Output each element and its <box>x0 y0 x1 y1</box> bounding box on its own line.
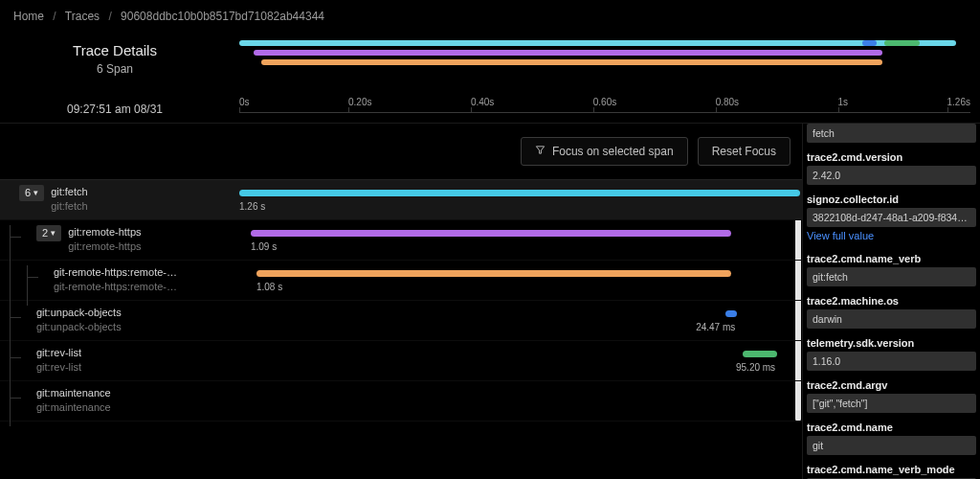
trace-overview[interactable] <box>230 33 980 95</box>
focus-selected-button[interactable]: Focus on selected span <box>521 137 688 166</box>
span-duration-label: 1.08 s <box>256 282 282 292</box>
attribute-key: trace2.machine.os <box>807 292 976 309</box>
attribute-value[interactable]: 2.42.0 <box>807 166 976 185</box>
overview-span-bar <box>239 40 956 46</box>
span-row[interactable]: git:unpack-objectsgit:unpack-objects24.4… <box>0 301 802 341</box>
axis-tick: 0.60s <box>593 97 616 112</box>
breadcrumb-sep: / <box>108 10 111 23</box>
breadcrumb-sep: / <box>53 10 56 23</box>
attribute-value[interactable]: 1.16.0 <box>807 352 976 371</box>
span-row[interactable]: git:maintenancegit:maintenance <box>0 381 802 422</box>
trace-timestamp: 09:27:51 am 08/31 <box>0 103 230 116</box>
attribute-key: telemetry.sdk.version <box>807 334 976 352</box>
span-children-badge[interactable]: 6▾ <box>19 185 44 201</box>
span-name: git:rev-list <box>36 346 81 360</box>
span-duration-bar[interactable] <box>251 230 731 237</box>
span-duration-label: 24.47 ms <box>696 322 735 332</box>
attribute-key: trace2.cmd.argv <box>807 376 976 394</box>
span-service: git-remote-https:remote-… <box>54 280 177 294</box>
overview-span-bar <box>884 40 920 46</box>
attribute-value[interactable]: 3822108d-d247-48a1-a209-f834026a6809 <box>807 208 976 227</box>
attribute-key: trace2.cmd.name_verb_mode <box>807 461 976 478</box>
chevron-down-icon: ▾ <box>33 187 38 199</box>
svg-marker-0 <box>536 147 544 153</box>
axis-tick: 0s <box>239 97 250 112</box>
span-count: 6 Span <box>0 62 230 76</box>
breadcrumb-home[interactable]: Home <box>13 10 44 23</box>
axis-tick: 0.80s <box>716 97 739 112</box>
span-duration-bar[interactable] <box>725 310 737 317</box>
attribute-value[interactable]: fetch <box>807 124 976 143</box>
span-list: 6▾git:fetchgit:fetch1.26 s2▾git:remote-h… <box>0 179 802 422</box>
axis-tick: 1s <box>838 97 849 112</box>
span-service: git:unpack-objects <box>36 320 122 334</box>
attribute-value[interactable]: ["git","fetch"] <box>807 394 976 413</box>
attribute-key: trace2.cmd.version <box>807 148 976 166</box>
span-row[interactable]: git:rev-listgit:rev-list95.20 ms <box>0 341 802 381</box>
button-label: Focus on selected span <box>552 145 674 158</box>
reset-focus-button[interactable]: Reset Focus <box>698 137 791 166</box>
view-full-value-link[interactable]: View full value <box>807 227 976 244</box>
attribute-row: trace2.cmd.argv["git","fetch"] <box>807 376 976 413</box>
breadcrumb-trace-id: 90608ddbc10b0b8517bd71082ab44344 <box>121 10 324 23</box>
span-duration-label: 1.26 s <box>239 201 265 212</box>
attribute-row: fetch <box>807 124 976 143</box>
chevron-down-icon: ▾ <box>51 227 56 240</box>
overview-span-bar <box>261 59 882 65</box>
span-duration-label: 95.20 ms <box>736 362 775 373</box>
overview-span-bar <box>254 50 882 56</box>
trace-meta: Trace Details 6 Span <box>0 33 230 95</box>
span-duration-label: 1.09 s <box>251 241 277 252</box>
time-axis: 0s0.20s0.40s0.60s0.80s1s1.26s <box>230 95 980 123</box>
span-name: git:fetch <box>51 185 88 199</box>
span-service: git:maintenance <box>36 400 111 415</box>
span-name: git:unpack-objects <box>36 306 122 320</box>
span-duration-bar[interactable] <box>256 270 731 277</box>
breadcrumb-traces[interactable]: Traces <box>65 10 100 23</box>
span-name: git-remote-https:remote-… <box>54 265 177 280</box>
attribute-row: trace2.cmd.name_verb_modegit:fetch <box>807 461 976 479</box>
attribute-value[interactable]: darwin <box>807 309 976 329</box>
attribute-key: trace2.cmd.name <box>807 419 976 436</box>
page-title: Trace Details <box>0 42 230 58</box>
button-label: Reset Focus <box>712 145 776 158</box>
span-name: git:maintenance <box>36 386 111 400</box>
axis-tick: 0.40s <box>471 97 494 112</box>
attribute-row: telemetry.sdk.version1.16.0 <box>807 334 976 371</box>
axis-tick: 0.20s <box>348 97 371 112</box>
filter-icon <box>535 145 546 158</box>
attributes-panel: fetchtrace2.cmd.version2.42.0signoz.coll… <box>802 124 980 479</box>
attribute-key: trace2.cmd.name_verb <box>807 250 976 267</box>
breadcrumb: Home / Traces / 90608ddbc10b0b8517bd7108… <box>0 0 980 33</box>
overview-span-bar <box>862 40 877 46</box>
span-service: git:remote-https <box>68 240 141 254</box>
span-row[interactable]: git-remote-https:remote-…git-remote-http… <box>0 261 802 301</box>
attribute-value[interactable]: git <box>807 436 976 455</box>
span-service: git:rev-list <box>36 360 81 375</box>
span-row[interactable]: 2▾git:remote-httpsgit:remote-https1.09 s <box>0 220 802 261</box>
attribute-row: trace2.machine.osdarwin <box>807 292 976 329</box>
span-name: git:remote-https <box>68 225 141 240</box>
span-children-badge[interactable]: 2▾ <box>36 225 61 241</box>
axis-tick: 1.26s <box>947 97 970 112</box>
attribute-row: trace2.cmd.version2.42.0 <box>807 148 976 185</box>
attribute-value[interactable]: git:fetch <box>807 267 976 286</box>
attribute-row: trace2.cmd.namegit <box>807 419 976 455</box>
span-row[interactable]: 6▾git:fetchgit:fetch1.26 s <box>0 180 802 220</box>
attribute-key: signoz.collector.id <box>807 191 976 208</box>
attribute-row: trace2.cmd.name_verbgit:fetch <box>807 250 976 286</box>
span-service: git:fetch <box>51 199 88 214</box>
span-duration-bar[interactable] <box>743 351 777 357</box>
span-duration-bar[interactable] <box>239 190 800 196</box>
attribute-row: signoz.collector.id3822108d-d247-48a1-a2… <box>807 191 976 244</box>
